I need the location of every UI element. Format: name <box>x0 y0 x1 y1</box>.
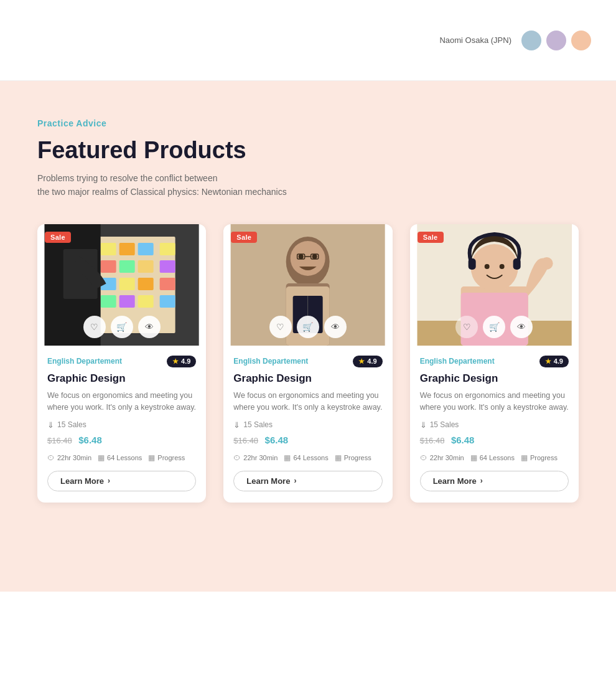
card-1-progress-icon: ▦ <box>148 453 155 462</box>
card-1-meta: English Departement ★ 4.9 <box>47 356 196 367</box>
card-1-sale-badge: Sale <box>45 232 71 243</box>
card-2-image-wrapper: Sale ♡ 🛒 👁 <box>223 224 392 346</box>
svg-point-0 <box>521 31 541 50</box>
card-2-wishlist-btn[interactable]: ♡ <box>269 316 292 338</box>
avatar-2 <box>546 31 566 50</box>
card-3-department: English Departement <box>420 357 495 366</box>
card-3-actions[interactable]: ♡ 🛒 👁 <box>455 316 533 338</box>
svg-point-43 <box>484 264 489 269</box>
card-2-cart-btn[interactable]: 🛒 <box>297 316 319 338</box>
card-1-price-original: $16.48 <box>47 436 72 445</box>
svg-rect-7 <box>138 243 154 255</box>
card-1-download-icon: ⇓ <box>47 420 54 430</box>
card-2-arrow-icon: › <box>294 476 296 485</box>
svg-rect-8 <box>160 243 175 255</box>
card-2-price: $16.48 $6.48 <box>233 435 382 446</box>
card-2-footer: ⏲ 22hr 30min ▦ 64 Lessons ▦ Progress <box>233 453 382 462</box>
card-3-clock-icon: ⏲ <box>420 453 427 462</box>
card-3-lessons: ▦ 64 Lessons <box>470 453 515 462</box>
svg-point-27 <box>299 254 304 259</box>
card-3-meta: English Departement ★ 4.9 <box>420 356 569 367</box>
section-title: Featured Products <box>37 137 579 164</box>
svg-point-2 <box>571 31 591 50</box>
card-2-meta: English Departement ★ 4.9 <box>233 356 382 367</box>
card-3-price: $16.48 $6.48 <box>420 435 569 446</box>
card-3: Sale ♡ 🛒 👁 English Departement ★ 4.9 Gra… <box>410 224 579 503</box>
card-1-star-icon: ★ <box>172 357 179 366</box>
card-2-progress-icon: ▦ <box>335 453 342 462</box>
svg-rect-9 <box>101 260 116 273</box>
card-3-cart-btn[interactable]: 🛒 <box>483 316 505 338</box>
card-1-lessons-icon: ▦ <box>98 453 105 462</box>
card-3-image-wrapper: Sale ♡ 🛒 👁 <box>410 224 579 346</box>
card-3-title: Graphic Design <box>420 372 569 385</box>
svg-point-28 <box>312 254 317 259</box>
card-3-view-btn[interactable]: 👁 <box>510 316 533 338</box>
card-2-sales: ⇓ 15 Sales <box>233 420 382 430</box>
card-2-view-btn[interactable]: 👁 <box>324 316 347 338</box>
section-description: Problems trying to resolve the conflict … <box>37 171 579 199</box>
svg-point-40 <box>470 244 518 291</box>
card-2-price-sale: $6.48 <box>265 435 289 445</box>
svg-rect-19 <box>138 295 154 308</box>
svg-rect-11 <box>138 260 154 273</box>
svg-rect-20 <box>160 295 175 308</box>
card-3-price-original: $16.48 <box>420 436 445 445</box>
card-2-price-original: $16.48 <box>233 436 258 445</box>
card-3-learn-more-btn[interactable]: Learn More › <box>420 471 569 491</box>
svg-rect-41 <box>468 258 475 270</box>
card-1-view-btn[interactable]: 👁 <box>138 316 161 338</box>
card-1-learn-more-btn[interactable]: Learn More › <box>47 471 196 491</box>
card-1-cart-btn[interactable]: 🛒 <box>111 316 133 338</box>
card-1-progress: ▦ Progress <box>148 453 185 462</box>
avatar-3 <box>571 31 591 50</box>
card-2-star-icon: ★ <box>358 357 365 366</box>
card-1-arrow-icon: › <box>108 476 110 485</box>
card-2: Sale ♡ 🛒 👁 English Departement ★ 4.9 Gra… <box>223 224 392 503</box>
card-2-lessons-icon: ▦ <box>284 453 291 462</box>
card-1-image-wrapper: Sale ♡ 🛒 👁 <box>37 224 206 346</box>
card-1-wishlist-btn[interactable]: ♡ <box>83 316 106 338</box>
card-1-rating: ★ 4.9 <box>167 356 196 367</box>
card-1-price: $16.48 $6.48 <box>47 435 196 446</box>
user-name: Naomi Osaka (JPN) <box>439 35 511 45</box>
card-1-price-sale: $6.48 <box>78 435 102 445</box>
card-3-desc: We focus on ergonomics and meeting you w… <box>420 390 569 414</box>
card-3-arrow-icon: › <box>480 476 483 485</box>
svg-point-1 <box>546 31 566 50</box>
top-bar-user: Naomi Osaka (JPN) <box>439 31 591 50</box>
svg-rect-10 <box>119 260 135 273</box>
card-2-progress: ▦ Progress <box>335 453 371 462</box>
card-2-lessons: ▦ 64 Lessons <box>284 453 328 462</box>
card-2-body: English Departement ★ 4.9 Graphic Design… <box>223 346 392 503</box>
svg-point-45 <box>540 257 553 270</box>
card-3-progress-icon: ▦ <box>521 453 528 462</box>
svg-rect-12 <box>160 260 175 273</box>
card-2-duration: ⏲ 22hr 30min <box>233 453 278 462</box>
card-1-footer: ⏲ 22hr 30min ▦ 64 Lessons ▦ Progress <box>47 453 196 462</box>
card-3-duration: ⏲ 22hr 30min <box>420 453 464 462</box>
card-2-sale-badge: Sale <box>231 232 257 243</box>
section-label: Practice Advice <box>37 118 579 128</box>
card-3-download-icon: ⇓ <box>420 420 427 430</box>
card-3-body: English Departement ★ 4.9 Graphic Design… <box>410 346 579 503</box>
card-1-actions[interactable]: ♡ 🛒 👁 <box>83 316 161 338</box>
svg-rect-6 <box>119 243 135 255</box>
card-2-learn-more-btn[interactable]: Learn More › <box>233 471 382 491</box>
card-2-actions[interactable]: ♡ 🛒 👁 <box>269 316 347 338</box>
card-3-lessons-icon: ▦ <box>470 453 477 462</box>
bottom-section <box>0 592 616 685</box>
card-1-department: English Departement <box>47 357 122 366</box>
svg-rect-18 <box>119 295 135 308</box>
svg-point-26 <box>291 241 325 276</box>
card-3-star-icon: ★ <box>545 357 551 366</box>
card-1: Sale ♡ 🛒 👁 English Departement ★ 4.9 Gra… <box>37 224 206 503</box>
card-2-desc: We focus on ergonomics and meeting you w… <box>233 390 382 414</box>
avatar-1 <box>521 31 541 50</box>
card-1-clock-icon: ⏲ <box>47 453 55 462</box>
card-2-clock-icon: ⏲ <box>233 453 241 462</box>
card-2-download-icon: ⇓ <box>233 420 240 430</box>
card-3-wishlist-btn[interactable]: ♡ <box>455 316 478 338</box>
card-1-body: English Departement ★ 4.9 Graphic Design… <box>37 346 206 503</box>
card-1-duration: ⏲ 22hr 30min <box>47 453 91 462</box>
